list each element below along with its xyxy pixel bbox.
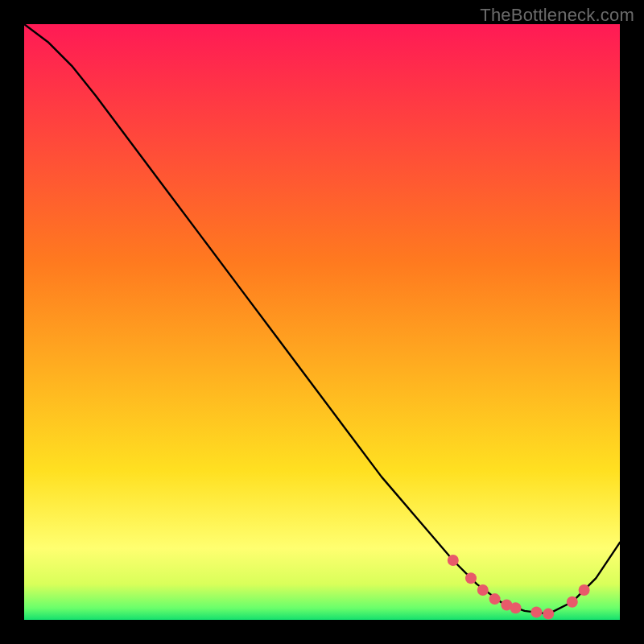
highlight-dot [543,609,554,620]
watermark-text: TheBottleneck.com [480,5,634,26]
chart-frame: TheBottleneck.com [0,0,644,644]
highlight-dot [530,606,542,617]
highlight-dot [465,572,477,584]
highlight-dot [477,584,489,596]
chart-svg [24,24,620,620]
highlight-dot [489,593,501,605]
highlight-dot [579,584,590,596]
highlight-dot [567,597,578,608]
gradient-background [24,24,620,620]
highlight-dot [510,602,522,613]
plot-area [24,24,620,620]
highlight-dot [448,555,459,566]
